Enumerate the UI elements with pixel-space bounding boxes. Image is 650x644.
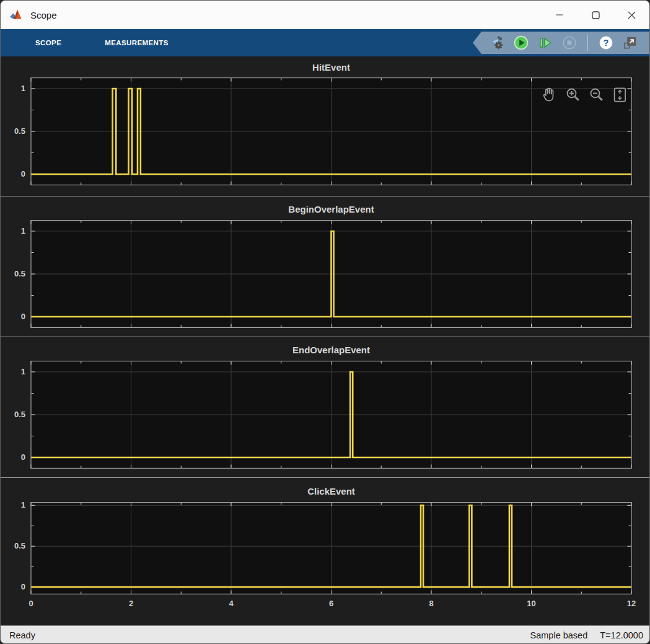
x-tick-label: 8 — [416, 599, 446, 608]
y-tick-label: 0 — [1, 311, 25, 322]
minimize-icon — [556, 11, 563, 19]
close-button[interactable] — [613, 1, 649, 29]
step-forward-button[interactable] — [537, 35, 553, 51]
step-forward-icon — [537, 35, 553, 51]
maximize-icon — [592, 11, 600, 19]
plot-axes-beginoverlapevent[interactable] — [1, 220, 650, 328]
titlebar: Scope — [1, 1, 649, 29]
panel-clickevent: ClickEvent 00.51024681012 — [1, 477, 649, 625]
plot-axes-clickevent[interactable] — [1, 502, 650, 594]
y-tick-label: 0 — [1, 169, 25, 180]
x-tick-label: 2 — [116, 599, 146, 608]
run-icon — [513, 35, 529, 51]
tab-scope[interactable]: SCOPE — [35, 39, 61, 46]
axes-toolbar — [539, 84, 631, 106]
close-icon — [628, 11, 636, 19]
fit-vertical-icon[interactable] — [610, 84, 631, 106]
y-tick-label: 0 — [1, 452, 25, 463]
toolstrip: SCOPE MEASUREMENTS — [1, 29, 649, 56]
y-tick-label: 1 — [1, 83, 25, 94]
plot-title: EndOverlapEvent — [31, 345, 631, 355]
plot-title: ClickEvent — [31, 486, 631, 496]
window-title: Scope — [30, 10, 57, 20]
statusbar: Ready Sample based T=12.0000 — [1, 625, 649, 644]
pan-hand-icon[interactable] — [539, 84, 560, 106]
status-text: Ready — [9, 630, 35, 640]
dock-button[interactable] — [622, 35, 638, 51]
help-icon: ? — [598, 35, 614, 51]
y-tick-label: 0 — [1, 581, 25, 593]
dock-icon — [622, 35, 638, 51]
sim-time-text: T=12.0000 — [600, 630, 643, 640]
y-tick-label: 0.5 — [1, 126, 25, 137]
plot-title: HitEvent — [31, 62, 631, 73]
x-tick-label: 4 — [216, 599, 246, 608]
y-tick-label: 0.5 — [1, 540, 25, 552]
zoom-out-icon[interactable] — [586, 84, 607, 106]
x-tick-label: 6 — [317, 599, 346, 608]
toolstrip-tabs: SCOPE MEASUREMENTS — [35, 39, 169, 46]
tab-measurements[interactable]: MEASUREMENTS — [105, 39, 169, 46]
x-tick-label: 12 — [617, 599, 646, 608]
panel-endoverlapevent: EndOverlapEvent 00.51 — [1, 337, 649, 477]
x-tick-label: 0 — [16, 599, 46, 608]
simulation-settings-button[interactable] — [489, 35, 505, 51]
toolbar-divider — [587, 35, 588, 51]
simulation-settings-icon — [489, 35, 505, 51]
y-tick-label: 1 — [1, 366, 25, 377]
window-controls — [542, 1, 649, 29]
run-button[interactable] — [513, 35, 529, 51]
matlab-logo-icon — [9, 9, 23, 21]
plot-title: BeginOverlapEvent — [31, 204, 631, 214]
plot-axes-endoverlapevent[interactable] — [1, 361, 650, 469]
minimize-button[interactable] — [542, 1, 578, 29]
y-tick-label: 1 — [1, 226, 25, 237]
y-tick-label: 0.5 — [1, 268, 25, 280]
help-button[interactable]: ? — [598, 35, 614, 51]
stop-button[interactable] — [561, 35, 578, 51]
y-tick-label: 1 — [1, 500, 25, 511]
svg-text:?: ? — [604, 38, 609, 48]
x-tick-label: 10 — [517, 599, 547, 608]
scope-window: Scope SCOPE MEASUREMENTS — [0, 0, 650, 644]
y-tick-label: 0.5 — [1, 409, 25, 420]
stop-icon — [561, 35, 578, 51]
zoom-in-icon[interactable] — [563, 84, 584, 106]
simulation-controls: ? — [473, 32, 649, 54]
panel-hitevent: HitEvent — [1, 56, 649, 196]
scope-display: HitEvent — [1, 56, 649, 625]
panel-beginoverlapevent: BeginOverlapEvent 00.51 — [1, 196, 649, 337]
sample-mode-text: Sample based — [530, 630, 588, 640]
maximize-button[interactable] — [578, 1, 613, 29]
